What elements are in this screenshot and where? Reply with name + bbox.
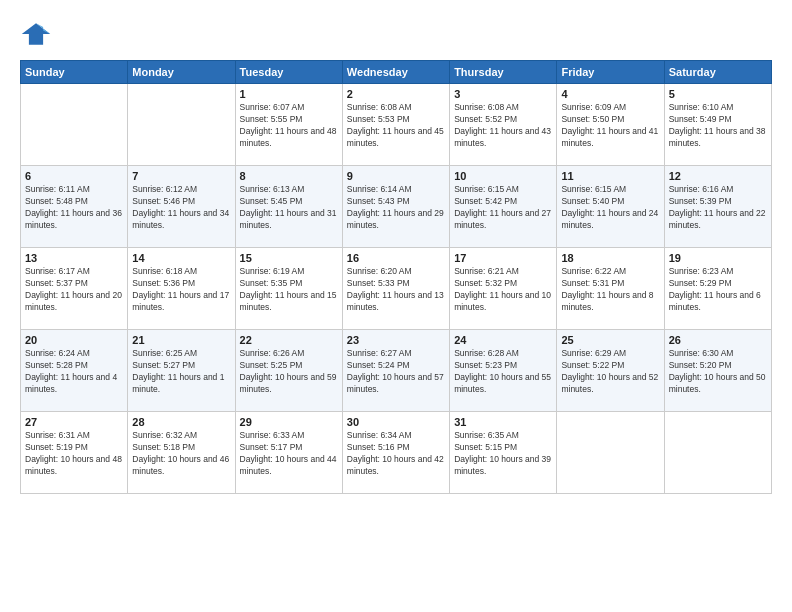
- col-header-friday: Friday: [557, 61, 664, 84]
- calendar-cell: 30Sunrise: 6:34 AM Sunset: 5:16 PM Dayli…: [342, 412, 449, 494]
- calendar-cell: 31Sunrise: 6:35 AM Sunset: 5:15 PM Dayli…: [450, 412, 557, 494]
- col-header-sunday: Sunday: [21, 61, 128, 84]
- day-info: Sunrise: 6:16 AM Sunset: 5:39 PM Dayligh…: [669, 184, 767, 232]
- day-info: Sunrise: 6:18 AM Sunset: 5:36 PM Dayligh…: [132, 266, 230, 314]
- day-number: 3: [454, 88, 552, 100]
- col-header-thursday: Thursday: [450, 61, 557, 84]
- day-info: Sunrise: 6:31 AM Sunset: 5:19 PM Dayligh…: [25, 430, 123, 478]
- calendar-cell: 8Sunrise: 6:13 AM Sunset: 5:45 PM Daylig…: [235, 166, 342, 248]
- calendar-cell: 24Sunrise: 6:28 AM Sunset: 5:23 PM Dayli…: [450, 330, 557, 412]
- day-info: Sunrise: 6:11 AM Sunset: 5:48 PM Dayligh…: [25, 184, 123, 232]
- calendar-cell: 2Sunrise: 6:08 AM Sunset: 5:53 PM Daylig…: [342, 84, 449, 166]
- day-info: Sunrise: 6:22 AM Sunset: 5:31 PM Dayligh…: [561, 266, 659, 314]
- calendar-cell: 23Sunrise: 6:27 AM Sunset: 5:24 PM Dayli…: [342, 330, 449, 412]
- calendar-cell: [557, 412, 664, 494]
- day-info: Sunrise: 6:08 AM Sunset: 5:53 PM Dayligh…: [347, 102, 445, 150]
- week-row-3: 13Sunrise: 6:17 AM Sunset: 5:37 PM Dayli…: [21, 248, 772, 330]
- day-number: 29: [240, 416, 338, 428]
- day-info: Sunrise: 6:27 AM Sunset: 5:24 PM Dayligh…: [347, 348, 445, 396]
- day-number: 12: [669, 170, 767, 182]
- day-info: Sunrise: 6:29 AM Sunset: 5:22 PM Dayligh…: [561, 348, 659, 396]
- calendar-cell: 17Sunrise: 6:21 AM Sunset: 5:32 PM Dayli…: [450, 248, 557, 330]
- day-number: 25: [561, 334, 659, 346]
- calendar-cell: 10Sunrise: 6:15 AM Sunset: 5:42 PM Dayli…: [450, 166, 557, 248]
- day-number: 17: [454, 252, 552, 264]
- day-info: Sunrise: 6:28 AM Sunset: 5:23 PM Dayligh…: [454, 348, 552, 396]
- day-info: Sunrise: 6:24 AM Sunset: 5:28 PM Dayligh…: [25, 348, 123, 396]
- calendar-cell: 1Sunrise: 6:07 AM Sunset: 5:55 PM Daylig…: [235, 84, 342, 166]
- day-number: 27: [25, 416, 123, 428]
- day-info: Sunrise: 6:30 AM Sunset: 5:20 PM Dayligh…: [669, 348, 767, 396]
- day-info: Sunrise: 6:20 AM Sunset: 5:33 PM Dayligh…: [347, 266, 445, 314]
- day-number: 8: [240, 170, 338, 182]
- day-number: 5: [669, 88, 767, 100]
- calendar-cell: 20Sunrise: 6:24 AM Sunset: 5:28 PM Dayli…: [21, 330, 128, 412]
- day-info: Sunrise: 6:23 AM Sunset: 5:29 PM Dayligh…: [669, 266, 767, 314]
- calendar-cell: 29Sunrise: 6:33 AM Sunset: 5:17 PM Dayli…: [235, 412, 342, 494]
- calendar-cell: 22Sunrise: 6:26 AM Sunset: 5:25 PM Dayli…: [235, 330, 342, 412]
- calendar-cell: 7Sunrise: 6:12 AM Sunset: 5:46 PM Daylig…: [128, 166, 235, 248]
- week-row-4: 20Sunrise: 6:24 AM Sunset: 5:28 PM Dayli…: [21, 330, 772, 412]
- day-info: Sunrise: 6:10 AM Sunset: 5:49 PM Dayligh…: [669, 102, 767, 150]
- day-number: 19: [669, 252, 767, 264]
- day-number: 9: [347, 170, 445, 182]
- day-number: 31: [454, 416, 552, 428]
- day-info: Sunrise: 6:25 AM Sunset: 5:27 PM Dayligh…: [132, 348, 230, 396]
- page: SundayMondayTuesdayWednesdayThursdayFrid…: [0, 0, 792, 612]
- calendar-cell: 26Sunrise: 6:30 AM Sunset: 5:20 PM Dayli…: [664, 330, 771, 412]
- day-number: 10: [454, 170, 552, 182]
- calendar-table: SundayMondayTuesdayWednesdayThursdayFrid…: [20, 60, 772, 494]
- calendar-cell: [128, 84, 235, 166]
- day-info: Sunrise: 6:09 AM Sunset: 5:50 PM Dayligh…: [561, 102, 659, 150]
- calendar-cell: 4Sunrise: 6:09 AM Sunset: 5:50 PM Daylig…: [557, 84, 664, 166]
- day-info: Sunrise: 6:15 AM Sunset: 5:42 PM Dayligh…: [454, 184, 552, 232]
- day-number: 13: [25, 252, 123, 264]
- day-number: 4: [561, 88, 659, 100]
- calendar-cell: 3Sunrise: 6:08 AM Sunset: 5:52 PM Daylig…: [450, 84, 557, 166]
- day-info: Sunrise: 6:19 AM Sunset: 5:35 PM Dayligh…: [240, 266, 338, 314]
- day-info: Sunrise: 6:15 AM Sunset: 5:40 PM Dayligh…: [561, 184, 659, 232]
- day-number: 23: [347, 334, 445, 346]
- calendar-cell: 19Sunrise: 6:23 AM Sunset: 5:29 PM Dayli…: [664, 248, 771, 330]
- day-info: Sunrise: 6:12 AM Sunset: 5:46 PM Dayligh…: [132, 184, 230, 232]
- col-header-monday: Monday: [128, 61, 235, 84]
- col-header-tuesday: Tuesday: [235, 61, 342, 84]
- day-number: 24: [454, 334, 552, 346]
- day-number: 6: [25, 170, 123, 182]
- day-number: 7: [132, 170, 230, 182]
- logo-icon: [20, 18, 52, 50]
- day-info: Sunrise: 6:13 AM Sunset: 5:45 PM Dayligh…: [240, 184, 338, 232]
- calendar-cell: 15Sunrise: 6:19 AM Sunset: 5:35 PM Dayli…: [235, 248, 342, 330]
- day-info: Sunrise: 6:33 AM Sunset: 5:17 PM Dayligh…: [240, 430, 338, 478]
- calendar-cell: 28Sunrise: 6:32 AM Sunset: 5:18 PM Dayli…: [128, 412, 235, 494]
- week-row-2: 6Sunrise: 6:11 AM Sunset: 5:48 PM Daylig…: [21, 166, 772, 248]
- calendar-cell: 18Sunrise: 6:22 AM Sunset: 5:31 PM Dayli…: [557, 248, 664, 330]
- day-number: 1: [240, 88, 338, 100]
- day-info: Sunrise: 6:14 AM Sunset: 5:43 PM Dayligh…: [347, 184, 445, 232]
- day-number: 28: [132, 416, 230, 428]
- calendar-cell: 13Sunrise: 6:17 AM Sunset: 5:37 PM Dayli…: [21, 248, 128, 330]
- calendar-cell: 11Sunrise: 6:15 AM Sunset: 5:40 PM Dayli…: [557, 166, 664, 248]
- calendar-cell: 21Sunrise: 6:25 AM Sunset: 5:27 PM Dayli…: [128, 330, 235, 412]
- day-number: 14: [132, 252, 230, 264]
- week-row-1: 1Sunrise: 6:07 AM Sunset: 5:55 PM Daylig…: [21, 84, 772, 166]
- day-number: 2: [347, 88, 445, 100]
- day-number: 30: [347, 416, 445, 428]
- calendar-cell: 6Sunrise: 6:11 AM Sunset: 5:48 PM Daylig…: [21, 166, 128, 248]
- day-info: Sunrise: 6:35 AM Sunset: 5:15 PM Dayligh…: [454, 430, 552, 478]
- calendar-cell: 16Sunrise: 6:20 AM Sunset: 5:33 PM Dayli…: [342, 248, 449, 330]
- day-info: Sunrise: 6:34 AM Sunset: 5:16 PM Dayligh…: [347, 430, 445, 478]
- col-header-saturday: Saturday: [664, 61, 771, 84]
- day-info: Sunrise: 6:08 AM Sunset: 5:52 PM Dayligh…: [454, 102, 552, 150]
- day-info: Sunrise: 6:17 AM Sunset: 5:37 PM Dayligh…: [25, 266, 123, 314]
- calendar-cell: 25Sunrise: 6:29 AM Sunset: 5:22 PM Dayli…: [557, 330, 664, 412]
- day-info: Sunrise: 6:32 AM Sunset: 5:18 PM Dayligh…: [132, 430, 230, 478]
- day-info: Sunrise: 6:26 AM Sunset: 5:25 PM Dayligh…: [240, 348, 338, 396]
- calendar-cell: 5Sunrise: 6:10 AM Sunset: 5:49 PM Daylig…: [664, 84, 771, 166]
- day-number: 18: [561, 252, 659, 264]
- day-number: 21: [132, 334, 230, 346]
- logo: [20, 18, 56, 50]
- day-number: 11: [561, 170, 659, 182]
- day-number: 20: [25, 334, 123, 346]
- header: [20, 18, 772, 50]
